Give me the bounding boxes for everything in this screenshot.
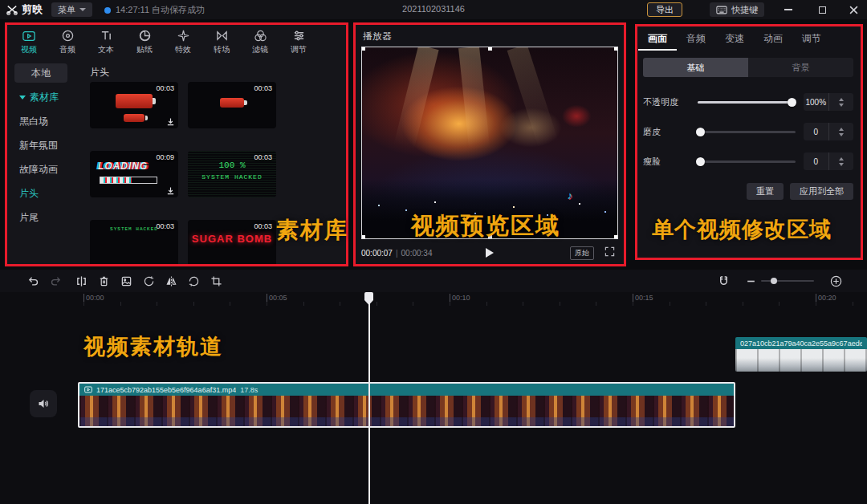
zoom-in-button[interactable] [828, 274, 843, 288]
selection-handle[interactable] [488, 47, 492, 51]
rotate-button[interactable] [186, 274, 201, 288]
tab-animation[interactable]: 动画 [754, 29, 792, 51]
shortcuts-button[interactable]: 快捷键 [710, 2, 764, 17]
mirror-button[interactable] [164, 274, 178, 288]
reverse-button[interactable] [141, 274, 156, 288]
split-button[interactable] [74, 274, 88, 288]
autosave-status: 14:27:11 自动保存成功 [104, 4, 205, 16]
app-logo: 剪映 [6, 2, 43, 17]
mirror-icon [165, 275, 177, 287]
play-button[interactable] [486, 248, 494, 258]
sidebar-item-outro[interactable]: 片尾 [6, 205, 80, 230]
timeline-toolbar [0, 270, 867, 292]
slider-knob[interactable] [696, 128, 705, 136]
minimize-button[interactable] [775, 0, 802, 19]
tab-audio[interactable]: 音频 [48, 27, 87, 58]
timeline-clip-main[interactable]: 171ace5cb792ab155eb5e6f964a6af31.mp4 17.… [78, 382, 735, 428]
clip-name: 027a10cb21a79a40ca2e55a9c67aedeb.m [740, 339, 862, 348]
selection-handle[interactable] [361, 235, 365, 239]
media-thumb-battery-1[interactable]: 00:03 [90, 82, 178, 128]
redo-button[interactable] [48, 274, 63, 288]
tab-transitions[interactable]: 转场 [202, 27, 241, 58]
sidebar-item-library[interactable]: 素材库 [6, 85, 80, 109]
sidebar-item-intro[interactable]: 片头 [6, 181, 80, 205]
annotation-track: 视频素材轨道 [83, 332, 223, 361]
tab-speed[interactable]: 变速 [715, 29, 754, 51]
crop-button[interactable] [209, 274, 223, 288]
smooth-skin-value-box[interactable]: 0 [804, 123, 853, 140]
sugar-bomb-text: SUGAR BOMB [188, 233, 276, 245]
quality-selector[interactable]: 原始 [570, 246, 594, 260]
slim-face-slider[interactable] [698, 161, 796, 163]
opacity-slider[interactable] [698, 101, 796, 104]
stepper[interactable] [828, 152, 854, 170]
subtab-background[interactable]: 背景 [748, 58, 853, 77]
tab-filters[interactable]: 滤镜 [241, 27, 279, 58]
stepper-down-icon[interactable] [839, 163, 844, 166]
sidebar-item-blackwhite[interactable]: 黑白场 [6, 109, 80, 133]
reset-label: 重置 [756, 185, 774, 197]
timeline-ruler[interactable]: 00:00 00:05 00:10 00:15 00:20 [0, 292, 867, 307]
stepper-up-icon[interactable] [839, 128, 844, 131]
media-thumb-sugar-bomb[interactable]: SUGAR BOMB 00:03 [188, 220, 276, 265]
reset-button[interactable]: 重置 [747, 183, 784, 200]
snap-toggle[interactable] [716, 274, 731, 288]
export-button[interactable]: 导出 [647, 2, 682, 17]
download-icon[interactable] [166, 186, 175, 195]
clip-duration: 17.8s [240, 386, 258, 394]
tab-sticker[interactable]: 贴纸 [125, 27, 164, 58]
subtab-basic[interactable]: 基础 [643, 58, 748, 77]
track-mute-button[interactable] [30, 390, 57, 417]
maximize-button[interactable] [808, 0, 836, 19]
slim-face-value: 0 [804, 157, 828, 166]
tab-audio-props[interactable]: 音频 [677, 29, 715, 51]
sidebar-label: 新年氛围 [19, 139, 58, 152]
slider-knob[interactable] [696, 157, 705, 166]
sidebar-item-glitch[interactable]: 故障动画 [6, 157, 80, 181]
stepper-down-icon[interactable] [839, 104, 844, 107]
playhead[interactable] [368, 292, 370, 504]
filter-icon [254, 30, 267, 42]
download-icon[interactable] [166, 117, 175, 126]
slider-knob[interactable] [788, 98, 796, 107]
tab-text[interactable]: 文本 [87, 27, 125, 58]
ruler-tick [267, 294, 267, 302]
tab-adjust-props[interactable]: 调节 [792, 29, 831, 51]
freeze-frame-button[interactable] [119, 274, 133, 288]
tab-picture[interactable]: 画面 [638, 29, 677, 51]
menu-button[interactable]: 菜单 [51, 2, 92, 17]
timeline-clip-secondary[interactable]: 027a10cb21a79a40ca2e55a9c67aedeb.m [735, 337, 867, 372]
tab-adjust[interactable]: 调节 [279, 27, 318, 58]
tab-video[interactable]: 视频 [10, 27, 48, 58]
scissors-logo-icon [6, 4, 18, 15]
selection-handle[interactable] [614, 235, 618, 239]
media-thumb-battery-2[interactable]: 00:03 [188, 82, 276, 128]
close-button[interactable] [840, 0, 867, 19]
tab-effects[interactable]: 特效 [164, 27, 202, 58]
fullscreen-button[interactable] [604, 246, 615, 257]
apply-all-button[interactable]: 应用到全部 [790, 183, 853, 200]
tab-label: 动画 [763, 33, 783, 44]
sidebar-item-newyear[interactable]: 新年氛围 [6, 133, 80, 157]
sidebar-item-local[interactable]: 本地 [6, 61, 80, 85]
stepper-down-icon[interactable] [839, 133, 844, 136]
media-thumb-hacked-small[interactable]: SYSTEM HACKED 00:03 [90, 220, 178, 265]
smooth-skin-slider[interactable] [698, 131, 796, 133]
timeline-zoom-slider[interactable] [761, 280, 814, 282]
zoom-slider-knob[interactable] [771, 278, 777, 284]
undo-button[interactable] [26, 274, 40, 288]
smooth-skin-label: 磨皮 [643, 126, 661, 138]
slim-face-value-box[interactable]: 0 [804, 152, 853, 170]
stepper-up-icon[interactable] [839, 157, 844, 161]
opacity-value-box[interactable]: 100% [804, 93, 853, 111]
stepper-up-icon[interactable] [839, 98, 844, 101]
tab-label: 调节 [291, 44, 307, 55]
media-thumb-loading[interactable]: LOADING 00:09 [90, 151, 178, 197]
stepper[interactable] [828, 93, 854, 111]
delete-button[interactable] [96, 274, 111, 288]
media-thumb-hacked[interactable]: 100 % SYSTEM HACKED 00:03 [188, 151, 276, 197]
zoom-out-button[interactable] [743, 274, 758, 288]
stepper[interactable] [828, 123, 854, 140]
selection-handle[interactable] [614, 47, 618, 51]
selection-handle[interactable] [361, 47, 365, 51]
